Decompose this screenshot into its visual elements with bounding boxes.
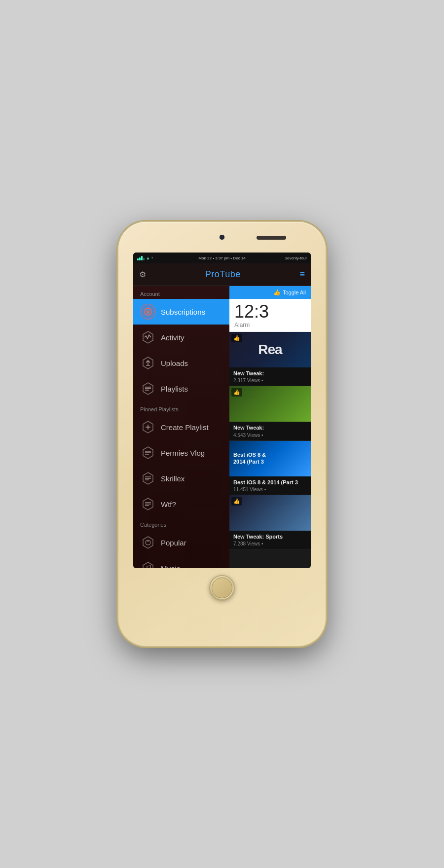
status-time: Mon 22 • 3:37 pm • Dec 14 xyxy=(198,256,245,260)
svg-marker-28 xyxy=(143,562,153,568)
video-title-4: New Tweak: Sports xyxy=(233,533,307,540)
settings-icon[interactable]: ⚙ xyxy=(139,270,146,279)
toggle-all-bar[interactable]: 👍 Toggle All xyxy=(229,286,311,299)
playlists-label: Playlists xyxy=(161,385,188,393)
clock-label: Alarm xyxy=(234,322,306,328)
carrier-name: seventy-four xyxy=(285,256,307,260)
subscriptions-icon xyxy=(140,304,156,320)
popular-label: Popular xyxy=(161,539,186,547)
earpiece xyxy=(257,236,286,240)
video-title-1: New Tweak: xyxy=(233,370,307,377)
video-info-4: New Tweak: Sports 7.288 Views • xyxy=(229,531,311,549)
phone-top xyxy=(124,231,320,251)
phone-device: ▲ • Mon 22 • 3:37 pm • Dec 14 seventy-fo… xyxy=(118,222,326,646)
video-title-3: Best iOS 8 & 2014 (Part 3 xyxy=(233,479,307,486)
skrillex-icon xyxy=(140,470,156,486)
title-tube: Tube xyxy=(220,269,240,279)
popular-icon xyxy=(140,535,156,550)
video-meta-3: 11.451 Views • xyxy=(233,487,307,492)
ios-thumb-text: Best iOS 8 &2014 (Part 3 xyxy=(233,452,266,465)
status-dot: • xyxy=(151,255,153,260)
sidebar-item-create-playlist[interactable]: Create Playlist xyxy=(133,414,229,440)
app-header: ⚙ ProTube ≡ xyxy=(133,263,311,286)
video-info-1: New Tweak: 2.317 Views • xyxy=(229,367,311,386)
create-playlist-label: Create Playlist xyxy=(161,423,209,432)
home-button[interactable] xyxy=(209,575,235,601)
svg-marker-25 xyxy=(143,537,153,548)
svg-point-27 xyxy=(148,541,149,542)
account-section-label: Account xyxy=(133,286,229,299)
like-icon-1: 👍 xyxy=(233,335,240,341)
status-left: ▲ • xyxy=(137,255,153,260)
activity-label: Activity xyxy=(161,333,185,342)
home-button-inner xyxy=(212,578,232,598)
video-thumb-2: 👍 xyxy=(229,386,311,422)
video-thumb-1: 👍 Rea xyxy=(229,332,311,367)
uploads-label: Uploads xyxy=(161,359,188,367)
create-playlist-icon xyxy=(140,419,156,435)
status-bar: ▲ • Mon 22 • 3:37 pm • Dec 14 seventy-fo… xyxy=(133,253,311,263)
clock-time: 12:3 xyxy=(234,303,306,321)
subscriptions-label: Subscriptions xyxy=(161,308,205,316)
video-thumb-3: Best iOS 8 &2014 (Part 3 xyxy=(229,441,311,476)
title-pro: Pro xyxy=(205,269,220,279)
sidebar-item-wtf[interactable]: Wtf? xyxy=(133,491,229,517)
toggle-all-label: Toggle All xyxy=(283,289,306,295)
app-body: Account Subscriptions xyxy=(133,286,311,568)
sidebar: Account Subscriptions xyxy=(133,286,229,568)
wifi-icon: ▲ xyxy=(146,256,150,260)
like-badge-4: 👍 xyxy=(231,497,242,506)
svg-point-30 xyxy=(149,568,151,569)
video-info-3: Best iOS 8 & 2014 (Part 3 11.451 Views • xyxy=(229,476,311,495)
like-icon-4: 👍 xyxy=(233,498,240,505)
uploads-icon xyxy=(140,355,156,371)
wtf-label: Wtf? xyxy=(161,500,176,508)
video-meta-4: 7.288 Views • xyxy=(233,541,307,546)
video-card-2[interactable]: 👍 New Tweak: 4.543 Views • xyxy=(229,386,311,440)
music-label: Music xyxy=(161,564,180,569)
hamburger-menu-icon[interactable]: ≡ xyxy=(299,269,305,280)
like-icon-2: 👍 xyxy=(233,389,240,396)
front-camera xyxy=(220,235,224,240)
video-info-2: New Tweak: 4.543 Views • xyxy=(229,422,311,440)
sidebar-item-music[interactable]: Music xyxy=(133,555,229,568)
clock-widget: 12:3 Alarm xyxy=(229,299,311,332)
video-meta-1: 2.317 Views • xyxy=(233,378,307,383)
playlists-icon xyxy=(140,381,156,397)
sidebar-item-activity[interactable]: Activity xyxy=(133,325,229,350)
sidebar-item-subscriptions[interactable]: Subscriptions xyxy=(133,299,229,325)
video-card-3[interactable]: Best iOS 8 &2014 (Part 3 Best iOS 8 & 20… xyxy=(229,441,311,495)
skrillex-label: Skrillex xyxy=(161,474,185,483)
sidebar-item-playlists[interactable]: Playlists xyxy=(133,376,229,401)
permies-vlog-label: Permies Vlog xyxy=(161,449,205,457)
sidebar-item-skrillex[interactable]: Skrillex xyxy=(133,466,229,491)
sidebar-item-popular[interactable]: Popular xyxy=(133,530,229,555)
sidebar-item-permies-vlog[interactable]: Permies Vlog xyxy=(133,440,229,466)
permies-vlog-icon xyxy=(140,445,156,461)
signal-strength xyxy=(137,256,145,260)
phone-bottom xyxy=(124,568,320,601)
categories-section-label: Categories xyxy=(133,517,229,530)
sidebar-item-uploads[interactable]: Uploads xyxy=(133,350,229,376)
toggle-thumb-icon: 👍 xyxy=(273,289,281,296)
like-badge-2: 👍 xyxy=(231,388,242,397)
activity-icon xyxy=(140,329,156,345)
app-title: ProTube xyxy=(205,269,241,280)
video-title-2: New Tweak: xyxy=(233,424,307,431)
like-badge-1: 👍 xyxy=(231,334,242,342)
pinned-playlists-label: Pinned Playlists xyxy=(133,401,229,414)
mag-thumb-text: Rea xyxy=(258,342,282,358)
video-card-1[interactable]: 👍 Rea New Tweak: 2.317 Views • xyxy=(229,332,311,386)
music-icon xyxy=(140,560,156,568)
video-thumb-4: 👍 xyxy=(229,495,311,531)
video-meta-2: 4.543 Views • xyxy=(233,433,307,438)
content-panel: 👍 Toggle All 12:3 Alarm 👍 Rea xyxy=(229,286,311,568)
wtf-icon xyxy=(140,496,156,512)
video-card-4[interactable]: 👍 New Tweak: Sports 7.288 Views • xyxy=(229,495,311,549)
svg-point-1 xyxy=(147,312,149,314)
phone-screen: ▲ • Mon 22 • 3:37 pm • Dec 14 seventy-fo… xyxy=(133,253,311,568)
